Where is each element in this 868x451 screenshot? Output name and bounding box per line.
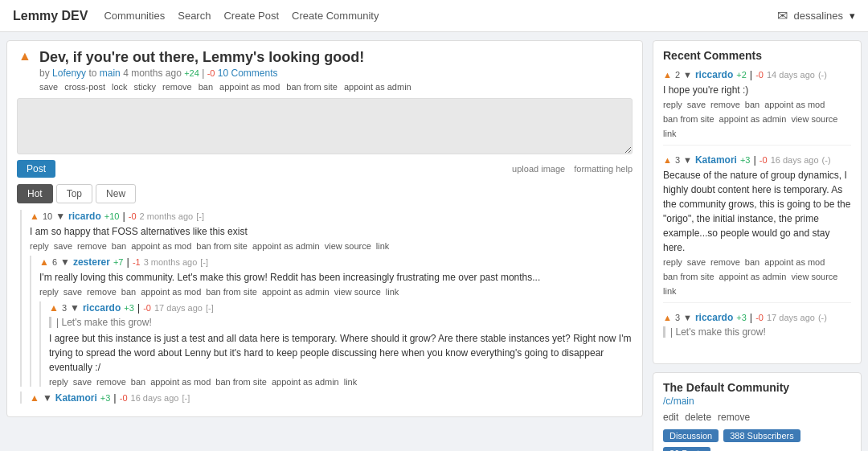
post-action-ban[interactable]: ban (199, 82, 213, 92)
post-action-save[interactable]: save (39, 82, 58, 92)
post-comments-link[interactable]: 10 Comments (218, 68, 278, 79)
rc1-view-source[interactable]: view source (791, 272, 837, 281)
nested-vote-up[interactable]: ▲ (39, 256, 49, 268)
user-dropdown-icon[interactable]: ▾ (850, 10, 855, 22)
post-button[interactable]: Post (17, 160, 55, 178)
rc1-appoint-admin[interactable]: appoint as admin (719, 272, 787, 281)
nav-create-post[interactable]: Create Post (223, 10, 279, 22)
community-link-anchor[interactable]: /c/main (663, 396, 694, 407)
da-save[interactable]: save (73, 377, 92, 387)
community-remove[interactable]: remove (718, 412, 750, 423)
na-appoint-mod[interactable]: appoint as mod (141, 287, 201, 297)
deep-toggle[interactable]: [-] (206, 303, 214, 313)
rc1-appoint-mod[interactable]: appoint as mod (764, 257, 825, 267)
na-view-source[interactable]: view source (334, 287, 381, 297)
rc0-ban[interactable]: ban (745, 100, 760, 109)
mail-icon[interactable]: ✉ (777, 8, 788, 23)
rc1-ban[interactable]: ban (745, 257, 760, 267)
ca-save[interactable]: save (54, 241, 72, 251)
badge-posts[interactable]: 36 Posts (663, 447, 710, 451)
na-ban-site[interactable]: ban from site (206, 287, 257, 297)
rc0-link[interactable]: link (663, 129, 677, 138)
rc0-vote-up[interactable]: ▲ (663, 70, 672, 80)
da-ban-site[interactable]: ban from site (215, 377, 267, 387)
upload-image-link[interactable]: upload image (512, 164, 565, 174)
rc1-vote-down[interactable]: ▼ (683, 155, 692, 165)
badge-subscribers[interactable]: 388 Subscribers (723, 429, 800, 442)
na-remove[interactable]: remove (87, 287, 117, 297)
c2-author[interactable]: Katamori (55, 392, 97, 404)
da-reply[interactable]: reply (49, 377, 68, 387)
ca-ban-site[interactable]: ban from site (196, 241, 248, 251)
tab-new[interactable]: New (96, 184, 136, 203)
ca-view-source[interactable]: view source (325, 241, 371, 251)
rc0-author[interactable]: riccardo (695, 69, 733, 80)
na-reply[interactable]: reply (39, 287, 59, 297)
post-author[interactable]: Lofenyy (52, 68, 86, 79)
rc2-vote-up[interactable]: ▲ (663, 313, 672, 322)
community-delete[interactable]: delete (685, 412, 711, 423)
rc0-toggle[interactable]: (-) (818, 70, 827, 80)
post-action-remove[interactable]: remove (162, 82, 192, 92)
rc0-appoint-mod[interactable]: appoint as mod (764, 100, 825, 109)
post-action-ban-site[interactable]: ban from site (286, 82, 338, 92)
comment-author[interactable]: ricardo (68, 211, 101, 222)
post-action-appoint-mod[interactable]: appoint as mod (219, 82, 280, 92)
navbar-user[interactable]: dessalines (794, 10, 843, 22)
rc0-reply[interactable]: reply (663, 100, 682, 109)
comment-vote-up[interactable]: ▲ (30, 211, 39, 222)
badge-discussion[interactable]: Discussion (663, 429, 719, 442)
ca-remove[interactable]: remove (77, 241, 107, 251)
post-action-appoint-admin[interactable]: appoint as admin (344, 82, 411, 92)
deep-vote-down[interactable]: ▼ (70, 302, 80, 314)
post-action-sticky[interactable]: sticky (134, 82, 157, 92)
rc1-link[interactable]: link (663, 286, 677, 296)
rc0-ban-site[interactable]: ban from site (663, 114, 714, 124)
ca-reply[interactable]: reply (30, 241, 49, 251)
rc0-vote-down[interactable]: ▼ (683, 70, 692, 80)
community-edit[interactable]: edit (663, 412, 678, 423)
na-appoint-admin[interactable]: appoint as admin (262, 287, 330, 297)
da-remove[interactable]: remove (96, 377, 126, 387)
c2-vote-down[interactable]: ▼ (43, 392, 52, 404)
rc1-remove[interactable]: remove (710, 257, 740, 267)
nav-communities[interactable]: Communities (104, 10, 165, 22)
rc1-save[interactable]: save (687, 257, 706, 267)
comment-toggle[interactable]: [-] (196, 211, 204, 221)
nested-toggle[interactable]: [-] (200, 257, 208, 267)
ca-appoint-admin[interactable]: appoint as admin (252, 241, 320, 251)
rc2-author[interactable]: riccardo (695, 312, 733, 323)
na-ban[interactable]: ban (121, 287, 136, 297)
tab-top[interactable]: Top (56, 184, 92, 203)
nav-search[interactable]: Search (178, 10, 211, 22)
nav-create-community[interactable]: Create Community (292, 10, 379, 22)
rc0-view-source[interactable]: view source (791, 114, 837, 124)
nested-vote-down[interactable]: ▼ (60, 256, 70, 268)
post-action-crosspost[interactable]: cross-post (64, 82, 105, 92)
nested-author[interactable]: zesterer (73, 256, 110, 268)
brand[interactable]: Lemmy DEV (13, 9, 88, 23)
rc1-toggle[interactable]: (-) (822, 155, 831, 165)
post-action-lock[interactable]: lock (112, 82, 128, 92)
rc1-reply[interactable]: reply (663, 257, 682, 267)
deep-author[interactable]: riccardo (83, 302, 121, 314)
ca-ban[interactable]: ban (112, 241, 126, 251)
rc1-ban-site[interactable]: ban from site (663, 272, 714, 281)
tab-hot[interactable]: Hot (17, 184, 53, 203)
rc2-toggle[interactable]: (-) (818, 313, 827, 322)
deep-vote-up[interactable]: ▲ (49, 302, 59, 314)
da-appoint-admin[interactable]: appoint as admin (272, 377, 339, 387)
na-link[interactable]: link (386, 287, 399, 297)
rc0-save[interactable]: save (687, 100, 706, 109)
post-vote-up[interactable]: ▲ (18, 49, 31, 64)
reply-textarea[interactable] (17, 98, 633, 154)
da-ban[interactable]: ban (131, 377, 145, 387)
rc2-vote-down[interactable]: ▼ (683, 313, 692, 322)
rc1-author[interactable]: Katamori (695, 154, 737, 166)
ca-link[interactable]: link (376, 241, 390, 251)
rc1-vote-up[interactable]: ▲ (663, 155, 672, 165)
formatting-help-link[interactable]: formatting help (574, 164, 633, 174)
post-community[interactable]: main (100, 68, 121, 79)
ca-appoint-mod[interactable]: appoint as mod (131, 241, 191, 251)
na-save[interactable]: save (63, 287, 82, 297)
